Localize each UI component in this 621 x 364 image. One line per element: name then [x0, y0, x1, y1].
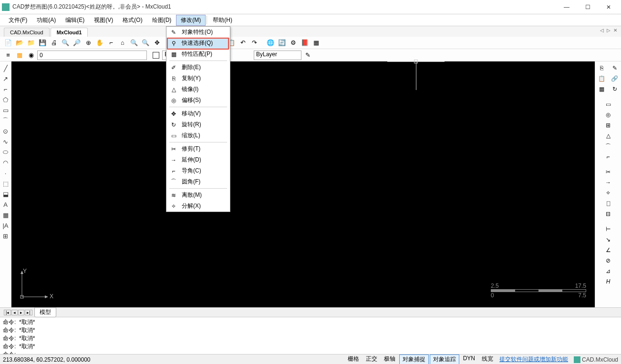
r-chamfer-icon[interactable]: ⌐ [603, 152, 613, 162]
insert-tool[interactable]: ⬓ [1, 189, 10, 199]
block-tool[interactable]: ⬚ [1, 179, 10, 188]
model-tab[interactable]: 模型 [34, 307, 56, 317]
r-rotate-icon[interactable]: ↻ [610, 84, 620, 94]
menu-item[interactable]: ⎘复制(Y) [166, 73, 230, 84]
menu-item[interactable]: ↻旋转(R) [166, 119, 230, 130]
r-mirror-icon[interactable]: △ [603, 131, 613, 141]
line-tool[interactable]: ╱ [1, 63, 10, 73]
menu-item[interactable]: ▦特性匹配(P) [166, 49, 230, 60]
r-clip-icon[interactable]: ⎕ [603, 199, 613, 208]
r-dim-linear-icon[interactable]: ⊢ [603, 224, 613, 234]
r-break-icon[interactable]: ⊟ [603, 209, 613, 219]
r-rect-icon[interactable]: ▭ [603, 100, 613, 109]
menu-item[interactable]: ✂修剪(T) [166, 143, 230, 154]
text-tool[interactable]: A [1, 200, 10, 209]
r-array-icon[interactable]: ⊞ [603, 121, 613, 130]
menu-edit[interactable]: 编辑(E) [61, 15, 89, 26]
linetype-combo-2[interactable]: ByLayer [254, 51, 301, 60]
layout-next-icon[interactable]: ▸ [18, 310, 24, 315]
zoom-window-button[interactable]: ⌐ [106, 38, 116, 48]
arc-tool[interactable]: ⌒ [1, 116, 10, 125]
spline-tool[interactable]: ∿ [1, 137, 10, 146]
polyline-tool[interactable]: ⌐ [1, 84, 10, 94]
r-dim-align-icon[interactable]: ↘ [603, 235, 613, 244]
zoom-realtime-button[interactable]: 🔍 [129, 38, 139, 48]
undo-button[interactable]: ↶ [238, 38, 248, 48]
status-toggle[interactable]: 正交 [363, 354, 380, 364]
circle-tool[interactable]: ⊙ [1, 126, 10, 136]
hatch-tool[interactable]: ▦ [1, 210, 10, 220]
tool-refresh-button[interactable]: 🔄 [277, 38, 287, 48]
r-edit-icon[interactable]: ✎ [610, 63, 620, 73]
status-toggle[interactable]: 对象追踪 [430, 354, 459, 364]
status-toggle[interactable]: 栅格 [345, 354, 362, 364]
r-link-icon[interactable]: 🔗 [610, 74, 620, 83]
tab-prev-icon[interactable]: ◁ [599, 28, 605, 33]
r-offset-icon[interactable]: ◎ [603, 110, 613, 120]
status-toggle[interactable]: 对象捕捉 [399, 354, 429, 364]
r-leader-icon[interactable]: H [603, 277, 613, 286]
save-button[interactable]: 💾 [37, 38, 48, 48]
menu-item[interactable]: ◎偏移(S) [166, 95, 230, 106]
tool-settings-button[interactable]: ⚙ [288, 38, 299, 48]
maximize-button[interactable]: ☐ [577, 0, 598, 14]
command-window[interactable]: 命令: *取消* 命令: *取消* 命令: *取消* 命令: *取消* 命令: [0, 317, 621, 354]
menu-item[interactable]: ✧分解(X) [166, 201, 230, 212]
r-dim-radius-icon[interactable]: ⊘ [603, 256, 613, 265]
menu-item[interactable]: ⚲快速选择(Q) [166, 38, 230, 49]
new-button[interactable]: 📄 [3, 38, 13, 48]
menu-item[interactable]: ✎对象特性(O) [166, 27, 230, 38]
r-dim-angle-icon[interactable]: ∠ [603, 245, 613, 255]
zoom-home-button[interactable]: ⌂ [117, 38, 128, 48]
region-tool[interactable]: ⊞ [1, 231, 10, 241]
menu-view[interactable]: 视图(V) [89, 15, 118, 26]
r-explode-icon[interactable]: ✧ [603, 188, 613, 198]
point-tool[interactable]: · [1, 168, 10, 178]
pan-button[interactable]: ✋ [94, 38, 105, 48]
menu-modify[interactable]: 修改(M) [176, 15, 206, 26]
menu-item[interactable]: △镜像(I) [166, 84, 230, 95]
tool-pdf-button[interactable]: 📕 [300, 38, 310, 48]
move-tool-button[interactable]: ✥ [152, 38, 162, 48]
layer-combo[interactable]: 0 [37, 51, 147, 60]
color-swatch[interactable] [153, 52, 159, 59]
menu-file[interactable]: 文件(F) [4, 15, 32, 26]
status-toggle[interactable]: DYN [460, 354, 478, 364]
layout-last-icon[interactable]: ▸| [25, 310, 32, 315]
menu-item[interactable]: →延伸(D) [166, 154, 230, 165]
layer-state-button[interactable]: ▦ [14, 50, 25, 61]
status-toggle[interactable]: 线宽 [479, 354, 496, 364]
rectangle-tool[interactable]: ▭ [1, 105, 10, 115]
status-toggle[interactable]: 极轴 [381, 354, 398, 364]
menu-function[interactable]: 功能(A) [32, 15, 61, 26]
mtext-tool[interactable]: |A [1, 221, 10, 230]
close-button[interactable]: ✕ [598, 0, 619, 14]
ellipse-arc-tool[interactable]: ◠ [1, 158, 10, 167]
layer-manager-button[interactable]: ≡ [3, 50, 13, 61]
tab-close-icon[interactable]: ✕ [612, 28, 618, 33]
menu-item[interactable]: ⌒圆角(F) [166, 176, 230, 187]
open-button[interactable]: 📂 [14, 38, 25, 48]
r-dim-diam-icon[interactable]: ⊿ [603, 266, 613, 276]
zoom-in-button[interactable]: 🔍 [60, 38, 71, 48]
doc-tab-1[interactable]: MxCloud1 [51, 28, 88, 37]
r-paste-icon[interactable]: 📋 [597, 74, 607, 83]
drawing-canvas[interactable]: Y X 2.517.5 07.5 [11, 61, 595, 307]
menu-item[interactable]: ⌐导角(C) [166, 165, 230, 176]
r-trim-icon[interactable]: ✂ [603, 167, 613, 177]
menu-format[interactable]: 格式(O) [118, 15, 147, 26]
ellipse-tool[interactable]: ⬭ [1, 147, 10, 157]
minimize-button[interactable]: — [556, 0, 577, 14]
menu-item[interactable]: ▭缩放(L) [166, 130, 230, 141]
menu-help[interactable]: 帮助(H) [208, 15, 237, 26]
tab-next-icon[interactable]: ▷ [606, 28, 611, 33]
lineweight-button[interactable]: ✎ [302, 50, 313, 61]
r-copy-icon[interactable]: ⎘ [597, 63, 607, 73]
menu-item[interactable]: ✐删除(E) [166, 62, 230, 73]
menu-item[interactable]: ✥移动(V) [166, 108, 230, 119]
r-layer-icon[interactable]: ▦ [597, 84, 607, 94]
menu-item[interactable]: ≋离散(M) [166, 190, 230, 201]
redo-button[interactable]: ↷ [249, 38, 259, 48]
layout-prev-icon[interactable]: ◂ [11, 310, 18, 315]
doc-tab-0[interactable]: CAD.MxCloud [4, 28, 50, 37]
